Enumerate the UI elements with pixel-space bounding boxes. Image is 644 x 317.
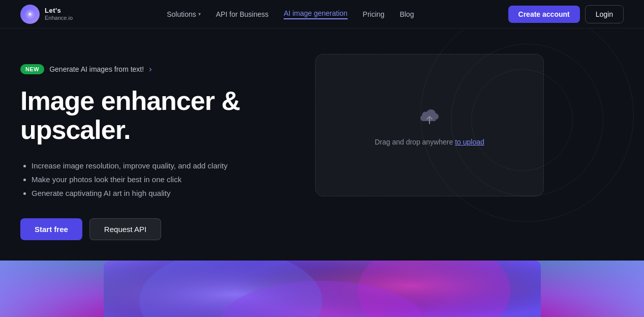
nav-links: Solutions ▾ API for Business AI image ge…: [167, 9, 414, 19]
hero-cta: Start free Request API: [20, 218, 295, 240]
hero-bullets: Increase image resolution, improve quali…: [20, 159, 295, 200]
bullet-3: Generate captivating AI art in high qual…: [32, 186, 295, 200]
badge-text: Generate AI images from text!: [49, 65, 144, 73]
logo-icon: [20, 5, 40, 24]
hero-section: NEW Generate AI images from text! › Imag…: [0, 28, 644, 261]
nav-solutions[interactable]: Solutions ▾: [167, 10, 201, 18]
new-badge: NEW: [20, 64, 44, 74]
logo-text: Let's Enhance.io: [45, 7, 73, 20]
login-button[interactable]: Login: [585, 5, 624, 23]
right-side-gradient: [542, 261, 644, 317]
svg-point-2: [29, 13, 31, 15]
hero-content: NEW Generate AI images from text! › Imag…: [20, 59, 295, 240]
chevron-down-icon: ▾: [198, 11, 201, 17]
upload-link[interactable]: to upload: [455, 138, 484, 146]
start-free-button[interactable]: Start free: [20, 218, 82, 240]
left-side-gradient: [0, 261, 102, 317]
svg-point-7: [139, 261, 322, 317]
bottom-preview-section: [0, 261, 644, 317]
logo-name-bottom: Enhance.io: [45, 15, 73, 21]
upload-instruction-text: Drag and drop anywhere to upload: [375, 138, 484, 146]
create-account-button[interactable]: Create account: [508, 6, 580, 23]
logo-name-top: Let's: [45, 7, 73, 14]
svg-point-8: [358, 261, 510, 317]
hero-upload-area: Drag and drop anywhere to upload: [315, 54, 544, 196]
nav-actions: Create account Login: [508, 5, 624, 23]
nav-api-business[interactable]: API for Business: [216, 10, 269, 18]
preview-image-frame: [104, 261, 541, 317]
navbar: Let's Enhance.io Solutions ▾ API for Bus…: [0, 0, 644, 28]
hero-title: Image enhancer & upscaler.: [20, 87, 295, 145]
request-api-button[interactable]: Request API: [89, 218, 161, 240]
upload-icon-wrap: [416, 104, 443, 131]
badge-arrow-icon: ›: [149, 65, 151, 74]
bullet-1: Increase image resolution, improve quali…: [32, 159, 295, 172]
logo[interactable]: Let's Enhance.io: [20, 5, 73, 24]
bullet-2: Make your photos look their best in one …: [32, 172, 295, 186]
nav-blog[interactable]: Blog: [400, 10, 414, 18]
nav-pricing[interactable]: Pricing: [363, 10, 385, 18]
upload-dropzone[interactable]: Drag and drop anywhere to upload: [315, 54, 544, 196]
upload-cloud-icon: [417, 105, 442, 130]
new-badge-container: NEW Generate AI images from text! ›: [20, 64, 295, 74]
nav-ai-image-generation[interactable]: AI image generation: [284, 9, 347, 19]
